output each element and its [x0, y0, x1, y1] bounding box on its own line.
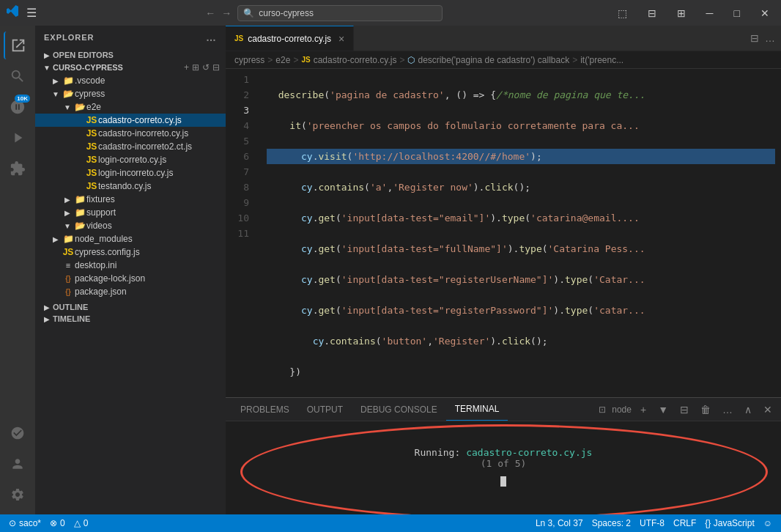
sidebar-item-login-incorreto[interactable]: JS login-incorreto.cy.js — [35, 166, 226, 180]
sidebar-item-fixtures[interactable]: ▶ 📁 fixtures — [35, 193, 226, 206]
tab-close-button[interactable]: × — [338, 33, 344, 45]
new-file-icon[interactable]: + — [184, 62, 189, 73]
breadcrumb-file[interactable]: cadastro-correto.cy.js — [314, 55, 397, 65]
sidebar-item-cadastro-incorreto[interactable]: JS cadastro-incorreto.cy.js — [35, 127, 226, 140]
breadcrumb-cypress[interactable]: cypress — [234, 55, 264, 65]
warnings-count: 0 — [84, 518, 89, 528]
sidebar-item-node-modules[interactable]: ▶ 📁 node_modules — [35, 232, 226, 245]
maximize-button[interactable]: □ — [728, 6, 746, 21]
sidebar-item-desktop-ini[interactable]: ≡ desktop.ini — [35, 259, 226, 272]
activity-account[interactable] — [4, 450, 32, 478]
line-num-9: 9 — [226, 195, 252, 210]
grid-icon[interactable]: ⊞ — [671, 6, 692, 21]
node-modules-icon: 📁 — [62, 234, 75, 244]
support-label: support — [86, 207, 116, 218]
code-line-5: cy.get('input[data-test="email"]').type(… — [267, 210, 775, 226]
tab-debug-console[interactable]: DEBUG CONSOLE — [352, 398, 446, 421]
project-label: CURSO-CYPRESS — [53, 63, 123, 72]
line-num-2: 2 — [226, 87, 252, 103]
activity-run[interactable] — [4, 124, 32, 152]
videos-label: videos — [86, 221, 112, 231]
new-folder-icon[interactable]: ⊞ — [192, 62, 199, 73]
refresh-icon[interactable]: ↺ — [202, 62, 210, 73]
status-position[interactable]: Ln 3, Col 37 — [536, 518, 583, 528]
terminal-split-button[interactable]: ⊟ — [677, 402, 692, 417]
terminal-running-line: Running: cadastro-correto.cy.js — [415, 447, 593, 458]
timeline-section[interactable]: ▶ TIMELINE — [35, 313, 226, 325]
line-num-4: 4 — [226, 118, 252, 133]
close-button[interactable]: ✕ — [755, 6, 775, 21]
encoding-label: UTF-8 — [640, 518, 665, 528]
more-actions-icon[interactable]: … — [765, 32, 775, 44]
js-file-icon-2: JS — [85, 128, 98, 138]
editor-area: JS cadastro-correto.cy.js × ⊟ … cypress … — [226, 26, 781, 514]
outline-section[interactable]: ▶ OUTLINE — [35, 301, 226, 313]
activity-settings[interactable] — [4, 481, 32, 509]
terminal-maximize-button[interactable]: ∧ — [741, 402, 755, 417]
status-remote[interactable]: ⊙ saco* — [9, 518, 41, 528]
hamburger-icon[interactable]: ☰ — [26, 6, 37, 20]
status-errors[interactable]: ⊗ 0 — [50, 518, 65, 528]
sidebar-item-login-correto[interactable]: JS login-correto.cy.js — [35, 153, 226, 166]
back-button[interactable]: ← — [205, 7, 215, 19]
sidebar-more-icon[interactable]: … — [206, 32, 217, 43]
forward-button[interactable]: → — [221, 7, 232, 19]
breadcrumb-e2e[interactable]: e2e — [275, 55, 290, 65]
js-file-icon-3: JS — [85, 141, 98, 152]
tab-bar: JS cadastro-correto.cy.js × ⊟ … — [226, 26, 781, 51]
project-root[interactable]: ▼ CURSO-CYPRESS + ⊞ ↺ ⊟ — [35, 61, 226, 74]
collapse-icon[interactable]: ⊟ — [212, 62, 220, 73]
sidebar-item-cypress[interactable]: ▼ 📂 cypress — [35, 87, 226, 100]
activity-extensions[interactable] — [4, 155, 32, 182]
sidebar-item-package-lock[interactable]: {} package-lock.json — [35, 272, 226, 285]
sidebar-item-e2e[interactable]: ▼ 📂 e2e — [35, 100, 226, 114]
cypress-config-label: cypress.config.js — [75, 247, 140, 257]
terminal-add-button[interactable]: + — [637, 402, 649, 417]
sidebar-item-testando[interactable]: JS testando.cy.js — [35, 180, 226, 193]
errors-icon: ⊗ — [50, 518, 57, 528]
sidebar-item-cadastro-incorreto2[interactable]: JS cadastro-incorreto2.ct.js — [35, 140, 226, 153]
layout-icon[interactable]: ⬚ — [612, 6, 633, 21]
sidebar-item-videos[interactable]: ▼ 📂 videos — [35, 219, 226, 232]
vscode-label: .vscode — [75, 75, 105, 86]
activity-explorer[interactable] — [4, 32, 32, 59]
split-icon[interactable]: ⊟ — [642, 6, 662, 21]
open-editors-label: OPEN EDITORS — [53, 51, 114, 59]
status-line-ending[interactable]: CRLF — [673, 518, 696, 528]
global-search-input[interactable] — [237, 5, 443, 21]
code-editor: 1 2 3 4 5 6 7 8 9 10 11 describe('pagina… — [226, 69, 781, 397]
sidebar-item-package[interactable]: {} package.json — [35, 285, 226, 298]
activity-git[interactable]: 10K — [4, 93, 32, 121]
terminal-close-button[interactable]: ✕ — [760, 402, 775, 417]
outline-label: OUTLINE — [53, 303, 88, 311]
feedback-icon: ☺ — [763, 518, 772, 528]
status-spaces[interactable]: Spaces: 2 — [592, 518, 631, 528]
terminal-node-icon: ⊡ — [599, 404, 606, 415]
status-warnings[interactable]: △ 0 — [74, 518, 89, 528]
tab-problems[interactable]: PROBLEMS — [232, 398, 298, 421]
sidebar-item-cadastro-correto[interactable]: JS cadastro-correto.cy.js — [35, 114, 226, 127]
breadcrumb-describe[interactable]: describe('pagina de cadastro') callback — [418, 55, 569, 65]
minimize-button[interactable]: ─ — [700, 6, 719, 21]
status-encoding[interactable]: UTF-8 — [640, 518, 665, 528]
status-language[interactable]: {} JavaScript — [705, 518, 754, 528]
sidebar-item-support[interactable]: ▶ 📁 support — [35, 206, 226, 219]
terminal-more-button[interactable]: … — [719, 402, 736, 417]
ini-icon: ≡ — [62, 261, 75, 270]
tab-output[interactable]: OUTPUT — [298, 398, 352, 421]
testando-label: testando.cy.js — [98, 181, 151, 191]
activity-remote[interactable] — [4, 419, 32, 447]
tab-terminal[interactable]: TERMINAL — [446, 398, 508, 421]
status-feedback[interactable]: ☺ — [763, 518, 772, 528]
sidebar-item-vscode[interactable]: ▶ 📁 .vscode — [35, 74, 226, 87]
tab-cadastro-correto[interactable]: JS cadastro-correto.cy.js × — [226, 26, 354, 51]
split-editor-icon[interactable]: ⊟ — [750, 32, 759, 44]
breadcrumb-it[interactable]: it('preenc... — [580, 55, 623, 65]
sidebar-item-cypress-config[interactable]: JS cypress.config.js — [35, 245, 226, 259]
open-editors-section[interactable]: ▶ OPEN EDITORS — [35, 49, 226, 61]
code-content[interactable]: describe('pagina de cadastro', () => {/*… — [261, 69, 781, 397]
activity-search[interactable] — [4, 62, 32, 90]
terminal-trash-button[interactable]: 🗑 — [697, 402, 714, 417]
node-modules-label: node_modules — [75, 234, 133, 244]
terminal-dropdown-button[interactable]: ▼ — [655, 402, 671, 417]
